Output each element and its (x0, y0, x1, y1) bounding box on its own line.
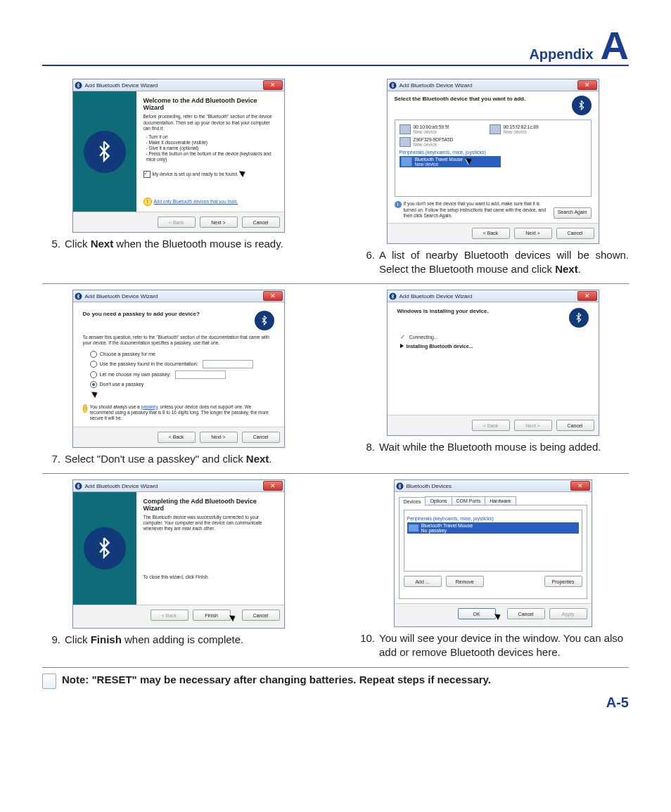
installing-heading: Windows is installing your device. (397, 308, 589, 329)
device-item-selected[interactable]: Bluetooth Travel MouseNo passkey (407, 522, 579, 534)
cancel-button[interactable]: Cancel (242, 217, 280, 228)
device-list: 00:10:60:a9:59:5fNew device 00:15:f2:82:… (395, 120, 592, 197)
back-button[interactable]: < Back (158, 432, 196, 443)
wizard-heading: Completing the Add Bluetooth Device Wiza… (143, 498, 277, 512)
remove-button[interactable]: Remove (446, 576, 484, 587)
passkey-input[interactable] (203, 360, 253, 368)
cursor-icon (231, 614, 238, 624)
select-heading: Select the Bluetooth device that you wan… (388, 91, 599, 117)
device-item-selected[interactable]: Bluetooth Travel MouseNew device (400, 156, 501, 167)
close-button[interactable]: ✕ (577, 80, 597, 90)
ready-checkbox-row[interactable]: My device is set up and ready to be foun… (143, 169, 277, 179)
device-icon (490, 124, 501, 134)
bluetooth-badge-icon (569, 308, 589, 328)
device-item[interactable]: Z96F329-9DF5A5DNew device (400, 137, 484, 147)
passkey-option[interactable]: Use the passkey found in the documentati… (90, 360, 267, 368)
step5-caption: 5. Click Next when the Bluetooth mouse i… (42, 237, 314, 251)
next-button[interactable]: Next > (200, 432, 238, 443)
ok-button[interactable]: OK (458, 608, 496, 619)
wizard-window-welcome: Add Bluetooth Device Wizard ✕ Welcome to… (72, 79, 285, 233)
row-steps-7-8: Add Bluetooth Device Wizard ✕ Do you nee… (42, 283, 629, 466)
step-7: Add Bluetooth Device Wizard ✕ Do you nee… (42, 290, 314, 466)
wizard-bullets: - Turn it on - Make it discoverable (vis… (146, 134, 277, 163)
wizard-heading: Welcome to the Add Bluetooth Device Wiza… (143, 97, 277, 111)
tab-comports[interactable]: COM Ports (452, 496, 486, 505)
wizard-body: Do you need a passkey to add your device… (73, 302, 284, 427)
passkey-option[interactable]: Let me choose my own passkey: (90, 370, 267, 379)
close-button[interactable]: ✕ (263, 291, 283, 301)
progress-line-active: Installing Bluetooth device... (400, 344, 586, 349)
tab-hardware[interactable]: Hardware (485, 496, 516, 505)
back-button: < Back (472, 420, 510, 431)
step-6: Add Bluetooth Device Wizard ✕ Select the… (357, 79, 629, 276)
back-button: < Back (151, 610, 188, 621)
device-buttons: Add ... Remove Properties (404, 576, 582, 587)
search-again-button[interactable]: Search Again (554, 207, 592, 219)
close-button[interactable]: ✕ (263, 481, 283, 491)
back-button[interactable]: < Back (472, 228, 510, 239)
tab-options[interactable]: Options (425, 496, 452, 505)
bluetooth-icon (75, 482, 82, 490)
step8-caption: 8. Wait while the Bluetooth mouse is bei… (357, 440, 629, 454)
passkey-input[interactable] (175, 370, 226, 379)
close-button[interactable]: ✕ (263, 80, 283, 90)
passkey-option-selected[interactable]: Don't use a passkey (90, 381, 267, 388)
cancel-button[interactable]: Cancel (556, 228, 594, 239)
cancel-button[interactable]: Cancel (556, 420, 594, 431)
passkey-heading: Do you need a passkey to add your device… (83, 308, 274, 332)
bluetooth-logo (84, 527, 126, 569)
device-item[interactable]: 00:15:f2:82:1c:69New device (490, 124, 574, 134)
progress-line: ✓Connecting... (400, 333, 586, 340)
cursor-icon (93, 390, 100, 400)
tab-devices[interactable]: Devices (399, 497, 426, 505)
cursor-icon (496, 612, 503, 622)
wizard-paragraph: Before proceeding, refer to the "Bluetoo… (143, 114, 277, 131)
category-label: Peripherals (keyboards, mice, joysticks) (400, 150, 587, 155)
appendix-label: Appendix (529, 46, 593, 63)
wizard-window-select: Add Bluetooth Device Wizard ✕ Select the… (387, 79, 599, 243)
next-button: Next > (514, 420, 552, 431)
titlebar: Add Bluetooth Device Wizard ✕ (388, 290, 599, 302)
next-button[interactable]: Next > (200, 217, 238, 228)
passkey-option[interactable]: Choose a passkey for me (90, 351, 267, 358)
cancel-button[interactable]: Cancel (507, 608, 545, 619)
info-icon: i (395, 201, 402, 208)
close-button[interactable]: ✕ (577, 291, 597, 301)
passkey-warn: ! You should always use a passkey, unles… (83, 404, 274, 421)
side-panel (73, 492, 136, 605)
info-row: i If you don't see the device that you w… (388, 201, 599, 222)
device-icon (400, 124, 411, 134)
passkey-paragraph: To answer this question, refer to the "B… (83, 335, 274, 346)
row-steps-9-10: Add Bluetooth Device Wizard ✕ Completing… (42, 473, 629, 660)
bluetooth-icon (389, 82, 397, 89)
device-item[interactable]: 00:10:60:a9:59:5fNew device (400, 124, 484, 134)
wizard-window-installing: Add Bluetooth Device Wizard ✕ Windows is… (387, 290, 599, 436)
wizard-body: Welcome to the Add Bluetooth Device Wiza… (73, 91, 284, 212)
side-panel (73, 91, 136, 212)
svg-point-3 (389, 292, 396, 299)
step10-caption: 10. You will see your device in the wind… (357, 631, 629, 660)
bluetooth-badge-icon (572, 96, 592, 115)
mouse-icon (401, 157, 412, 167)
wizard-window-passkey: Add Bluetooth Device Wizard ✕ Do you nee… (72, 290, 285, 448)
bluetooth-icon (389, 292, 397, 300)
titlebar: Bluetooth Devices ✕ (395, 480, 592, 492)
svg-point-0 (75, 82, 82, 89)
step-9: Add Bluetooth Device Wizard ✕ Completing… (42, 479, 314, 660)
add-button[interactable]: Add ... (404, 576, 442, 587)
device-list: Peripherals (keyboards, mice, joysticks)… (404, 510, 582, 572)
properties-button[interactable]: Properties (544, 576, 582, 587)
wizard-body: Windows is installing your device. ✓Conn… (388, 302, 599, 415)
cancel-button[interactable]: Cancel (242, 610, 280, 621)
svg-point-5 (396, 482, 403, 489)
finish-button[interactable]: Finish (193, 610, 231, 621)
page: Appendix A Add Bluetooth Device Wizard ✕ (0, 0, 671, 732)
ready-checkbox[interactable] (143, 171, 151, 178)
next-button[interactable]: Next > (514, 228, 552, 239)
svg-point-1 (389, 82, 396, 89)
wizard-body: Select the Bluetooth device that you wan… (388, 91, 599, 222)
step7-caption: 7. Select "Don't use a passkey" and clic… (42, 452, 314, 466)
back-button[interactable]: < Back (158, 217, 196, 228)
cancel-button[interactable]: Cancel (242, 432, 280, 443)
close-button[interactable]: ✕ (570, 481, 590, 491)
